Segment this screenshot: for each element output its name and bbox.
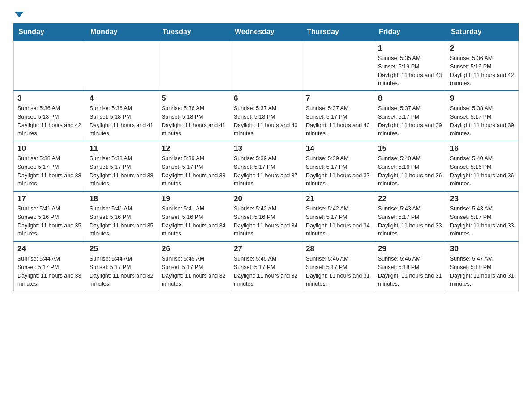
day-number: 14 [306,144,370,153]
day-number: 30 [450,244,515,253]
day-number: 15 [378,144,442,153]
calendar-header-row: SundayMondayTuesdayWednesdayThursdayFrid… [14,23,519,41]
day-number: 1 [378,44,442,53]
calendar-day-cell: 30Sunrise: 5:47 AMSunset: 5:18 PMDayligh… [446,241,519,291]
day-number: 24 [17,244,82,253]
calendar-day-cell: 24Sunrise: 5:44 AMSunset: 5:17 PMDayligh… [14,241,86,291]
calendar-header-saturday: Saturday [446,23,519,41]
day-info: Sunrise: 5:42 AMSunset: 5:17 PMDaylight:… [306,205,370,238]
day-info: Sunrise: 5:39 AMSunset: 5:17 PMDaylight:… [306,154,370,188]
calendar-day-cell: 2Sunrise: 5:36 AMSunset: 5:19 PMDaylight… [446,41,519,91]
calendar-day-cell [158,41,230,91]
day-info: Sunrise: 5:47 AMSunset: 5:18 PMDaylight:… [450,255,515,288]
day-info: Sunrise: 5:40 AMSunset: 5:16 PMDaylight:… [378,154,442,188]
day-number: 26 [162,244,226,253]
day-info: Sunrise: 5:35 AMSunset: 5:19 PMDaylight:… [378,54,442,88]
page-header [13,9,519,15]
day-number: 18 [90,194,154,203]
day-info: Sunrise: 5:45 AMSunset: 5:17 PMDaylight:… [234,255,298,288]
calendar-day-cell: 3Sunrise: 5:36 AMSunset: 5:18 PMDaylight… [14,91,86,141]
day-number: 2 [450,44,515,53]
day-info: Sunrise: 5:41 AMSunset: 5:16 PMDaylight:… [162,205,226,238]
calendar-day-cell: 14Sunrise: 5:39 AMSunset: 5:17 PMDayligh… [302,141,374,191]
day-number: 5 [162,94,226,103]
day-number: 25 [90,244,154,253]
calendar-day-cell: 4Sunrise: 5:36 AMSunset: 5:18 PMDaylight… [86,91,158,141]
day-info: Sunrise: 5:42 AMSunset: 5:16 PMDaylight:… [234,205,298,238]
day-info: Sunrise: 5:36 AMSunset: 5:18 PMDaylight:… [162,104,226,138]
day-info: Sunrise: 5:38 AMSunset: 5:17 PMDaylight:… [450,104,515,138]
day-info: Sunrise: 5:37 AMSunset: 5:18 PMDaylight:… [234,104,298,138]
day-number: 11 [90,144,154,153]
calendar-day-cell: 23Sunrise: 5:43 AMSunset: 5:17 PMDayligh… [446,191,519,241]
day-number: 13 [234,144,298,153]
calendar-day-cell: 15Sunrise: 5:40 AMSunset: 5:16 PMDayligh… [374,141,446,191]
day-number: 16 [450,144,515,153]
calendar-day-cell [230,41,302,91]
day-number: 27 [234,244,298,253]
day-number: 10 [17,144,82,153]
calendar-day-cell: 7Sunrise: 5:37 AMSunset: 5:17 PMDaylight… [302,91,374,141]
day-number: 21 [306,194,370,203]
calendar-day-cell: 28Sunrise: 5:46 AMSunset: 5:17 PMDayligh… [302,241,374,291]
day-info: Sunrise: 5:36 AMSunset: 5:18 PMDaylight:… [90,104,154,138]
calendar-day-cell: 19Sunrise: 5:41 AMSunset: 5:16 PMDayligh… [158,191,230,241]
day-info: Sunrise: 5:45 AMSunset: 5:17 PMDaylight:… [162,255,226,288]
calendar-day-cell: 1Sunrise: 5:35 AMSunset: 5:19 PMDaylight… [374,41,446,91]
day-number: 12 [162,144,226,153]
calendar-day-cell: 22Sunrise: 5:43 AMSunset: 5:17 PMDayligh… [374,191,446,241]
day-info: Sunrise: 5:39 AMSunset: 5:17 PMDaylight:… [162,154,226,188]
calendar-day-cell: 5Sunrise: 5:36 AMSunset: 5:18 PMDaylight… [158,91,230,141]
calendar-day-cell: 12Sunrise: 5:39 AMSunset: 5:17 PMDayligh… [158,141,230,191]
day-number: 20 [234,194,298,203]
calendar-header-tuesday: Tuesday [158,23,230,41]
day-number: 4 [90,94,154,103]
day-number: 6 [234,94,298,103]
calendar-day-cell [302,41,374,91]
day-number: 28 [306,244,370,253]
day-info: Sunrise: 5:43 AMSunset: 5:17 PMDaylight:… [450,205,515,238]
day-info: Sunrise: 5:36 AMSunset: 5:18 PMDaylight:… [17,104,82,138]
day-info: Sunrise: 5:39 AMSunset: 5:17 PMDaylight:… [234,154,298,188]
calendar-header-wednesday: Wednesday [230,23,302,41]
calendar-day-cell: 20Sunrise: 5:42 AMSunset: 5:16 PMDayligh… [230,191,302,241]
calendar-day-cell: 25Sunrise: 5:44 AMSunset: 5:17 PMDayligh… [86,241,158,291]
day-info: Sunrise: 5:46 AMSunset: 5:17 PMDaylight:… [306,255,370,288]
calendar-day-cell: 10Sunrise: 5:38 AMSunset: 5:17 PMDayligh… [14,141,86,191]
calendar-week-row: 10Sunrise: 5:38 AMSunset: 5:17 PMDayligh… [14,141,519,191]
calendar-day-cell: 8Sunrise: 5:37 AMSunset: 5:17 PMDaylight… [374,91,446,141]
day-info: Sunrise: 5:43 AMSunset: 5:17 PMDaylight:… [378,205,442,238]
calendar-day-cell: 17Sunrise: 5:41 AMSunset: 5:16 PMDayligh… [14,191,86,241]
day-info: Sunrise: 5:44 AMSunset: 5:17 PMDaylight:… [90,255,154,288]
logo [13,9,24,15]
calendar-day-cell: 21Sunrise: 5:42 AMSunset: 5:17 PMDayligh… [302,191,374,241]
day-number: 19 [162,194,226,203]
day-number: 8 [378,94,442,103]
calendar-header-sunday: Sunday [14,23,86,41]
day-info: Sunrise: 5:44 AMSunset: 5:17 PMDaylight:… [17,255,82,288]
day-info: Sunrise: 5:38 AMSunset: 5:17 PMDaylight:… [17,154,82,188]
calendar-header-friday: Friday [374,23,446,41]
day-info: Sunrise: 5:36 AMSunset: 5:19 PMDaylight:… [450,54,515,88]
calendar-header-monday: Monday [86,23,158,41]
day-number: 7 [306,94,370,103]
calendar-table: SundayMondayTuesdayWednesdayThursdayFrid… [13,23,519,291]
day-info: Sunrise: 5:40 AMSunset: 5:16 PMDaylight:… [450,154,515,188]
calendar-day-cell: 13Sunrise: 5:39 AMSunset: 5:17 PMDayligh… [230,141,302,191]
calendar-day-cell: 16Sunrise: 5:40 AMSunset: 5:16 PMDayligh… [446,141,519,191]
day-info: Sunrise: 5:46 AMSunset: 5:18 PMDaylight:… [378,255,442,288]
day-number: 22 [378,194,442,203]
calendar-day-cell: 26Sunrise: 5:45 AMSunset: 5:17 PMDayligh… [158,241,230,291]
calendar-week-row: 3Sunrise: 5:36 AMSunset: 5:18 PMDaylight… [14,91,519,141]
day-info: Sunrise: 5:41 AMSunset: 5:16 PMDaylight:… [90,205,154,238]
calendar-day-cell: 6Sunrise: 5:37 AMSunset: 5:18 PMDaylight… [230,91,302,141]
calendar-day-cell [14,41,86,91]
day-info: Sunrise: 5:38 AMSunset: 5:17 PMDaylight:… [90,154,154,188]
day-info: Sunrise: 5:37 AMSunset: 5:17 PMDaylight:… [306,104,370,138]
calendar-day-cell: 18Sunrise: 5:41 AMSunset: 5:16 PMDayligh… [86,191,158,241]
day-number: 17 [17,194,82,203]
calendar-day-cell: 27Sunrise: 5:45 AMSunset: 5:17 PMDayligh… [230,241,302,291]
day-number: 9 [450,94,515,103]
day-number: 29 [378,244,442,253]
calendar-day-cell: 11Sunrise: 5:38 AMSunset: 5:17 PMDayligh… [86,141,158,191]
